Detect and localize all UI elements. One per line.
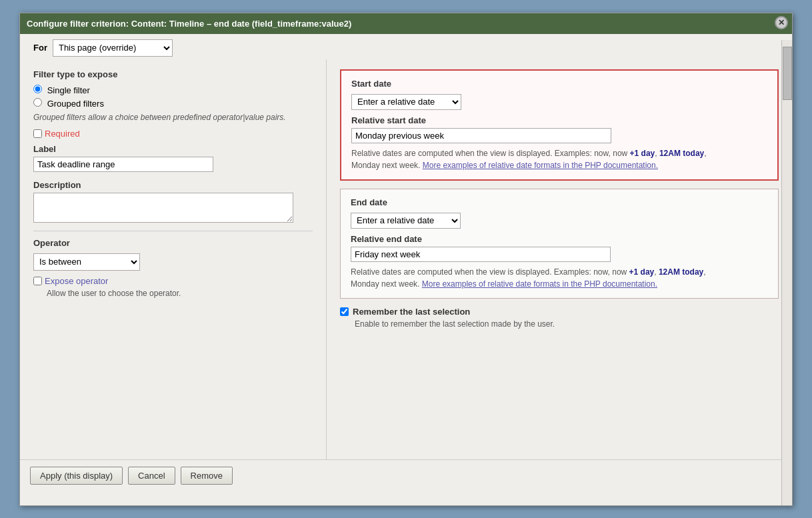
for-label: For <box>33 43 47 53</box>
remember-hint: Enable to remember the last selection ma… <box>355 319 779 329</box>
dialog-title: Configure filter criterion: Content: Tim… <box>27 19 351 29</box>
operator-title: Operator <box>33 238 313 248</box>
grouped-filters-radio[interactable] <box>33 98 42 107</box>
for-select[interactable]: This page (override) <box>53 39 173 57</box>
configure-filter-dialog: Configure filter criterion: Content: Tim… <box>19 13 793 506</box>
start-examples-text: Relative dates are computed when the vie… <box>351 147 767 171</box>
start-php-docs-link[interactable]: More examples of relative date formats i… <box>423 161 658 170</box>
required-checkbox[interactable] <box>33 129 42 138</box>
scrollbar[interactable] <box>781 40 792 505</box>
relative-end-label: Relative end date <box>351 234 768 244</box>
expose-operator-row: Expose operator <box>33 276 313 286</box>
left-panel: Filter type to expose Single filter Grou… <box>20 59 327 459</box>
main-content: Filter type to expose Single filter Grou… <box>20 59 792 459</box>
expose-operator-label: Expose operator <box>45 276 108 286</box>
description-textarea[interactable] <box>33 193 293 223</box>
close-button[interactable]: ✕ <box>775 16 788 29</box>
dialog-footer: Apply (this display) Cancel Remove <box>20 459 792 491</box>
relative-start-input[interactable] <box>351 128 611 143</box>
filter-type-title: Filter type to expose <box>33 69 313 79</box>
remember-label: Remember the last selection <box>353 307 470 317</box>
cancel-button[interactable]: Cancel <box>128 467 175 485</box>
remember-checkbox[interactable] <box>340 307 349 316</box>
end-examples-text: Relative dates are computed when the vie… <box>351 266 768 290</box>
single-filter-radio-row: Single filter <box>33 85 313 95</box>
description-field-label: Description <box>33 180 313 190</box>
scrollbar-thumb[interactable] <box>783 47 792 100</box>
relative-end-input[interactable] <box>351 247 611 262</box>
required-label: Required <box>45 129 80 139</box>
end-date-section: End date Enter a relative date Relative … <box>340 189 779 299</box>
description-field-group: Description <box>33 180 313 223</box>
operator-select[interactable]: Is between Is less than Is greater than <box>33 253 140 271</box>
remove-button[interactable]: Remove <box>181 467 233 485</box>
end-date-type-select[interactable]: Enter a relative date <box>351 213 461 229</box>
grouped-hint: Grouped filters allow a choice between p… <box>33 113 313 122</box>
required-row: Required <box>33 129 313 139</box>
label-field-group: Label Task deadline range <box>33 144 313 172</box>
end-php-docs-link[interactable]: More examples of relative date formats i… <box>422 279 657 289</box>
right-panel: Start date Enter a relative date Relativ… <box>327 59 792 459</box>
end-date-title: End date <box>351 197 768 207</box>
expose-operator-checkbox[interactable] <box>33 277 42 285</box>
apply-button[interactable]: Apply (this display) <box>30 467 123 485</box>
start-date-title: Start date <box>351 79 767 89</box>
dialog-titlebar: Configure filter criterion: Content: Tim… <box>20 13 792 34</box>
single-filter-radio[interactable] <box>33 85 42 93</box>
start-date-section: Start date Enter a relative date Relativ… <box>340 69 779 181</box>
expose-operator-hint: Allow the user to choose the operator. <box>47 289 313 298</box>
relative-start-label: Relative start date <box>351 115 767 125</box>
single-filter-label: Single filter <box>47 85 90 95</box>
label-input[interactable]: Task deadline range <box>33 157 213 172</box>
grouped-filters-label: Grouped filters <box>47 99 104 109</box>
label-field-label: Label <box>33 144 313 154</box>
grouped-filters-radio-row: Grouped filters <box>33 98 313 109</box>
start-date-type-select[interactable]: Enter a relative date <box>351 94 461 110</box>
remember-row: Remember the last selection <box>340 307 779 317</box>
